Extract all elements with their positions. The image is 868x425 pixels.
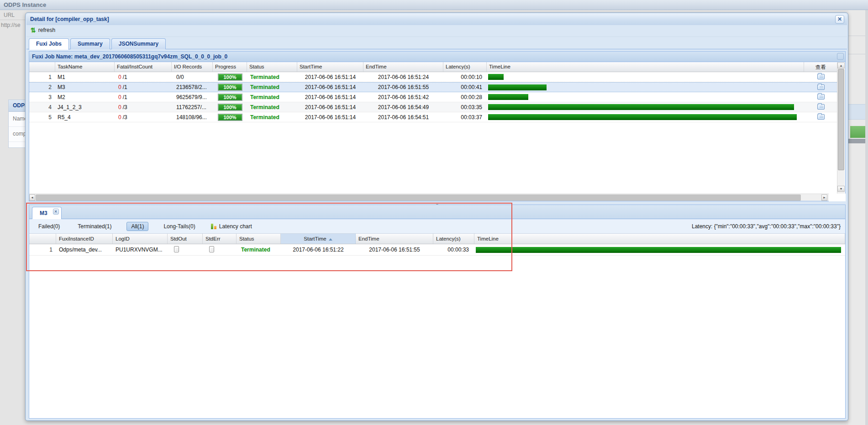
task-name[interactable]: J4_1_2_3	[55, 104, 115, 110]
column-header-stdout[interactable]: StdOut	[168, 234, 203, 244]
detail-dialog: Detail for [compiler_opp_task] ✕ ⇅ refre…	[25, 12, 848, 421]
fuxi-table-row[interactable]: 2 M3 0/1 2136578/2... 100% Terminated 20…	[29, 82, 838, 92]
fuxi-table-header: TaskName Fatal/InstCount I/O Records Pro…	[29, 62, 838, 72]
panel-tool-icon[interactable]	[837, 53, 844, 60]
view-cell[interactable]	[804, 103, 838, 111]
detail-table-header: FuxiInstanceID LogID StdOut StdErr Statu…	[29, 234, 845, 244]
panel-splitter[interactable]: ▼	[29, 201, 846, 205]
row-number: 1	[29, 74, 55, 80]
horizontal-scrollbar[interactable]: ◄ ►	[29, 194, 829, 201]
filter-label: All(1)	[131, 223, 144, 230]
dialog-tab[interactable]: Summary	[70, 38, 110, 49]
start-time: 2017-06-06 16:51:14	[297, 84, 363, 90]
view-cell[interactable]	[804, 84, 838, 91]
timeline-cell	[487, 94, 804, 100]
column-header-progress[interactable]: Progress	[213, 62, 247, 72]
tab-close-icon[interactable]: ✕	[53, 209, 59, 215]
column-header-timeline[interactable]: TimeLine	[474, 234, 845, 244]
timeline-cell	[487, 74, 804, 80]
latency-chart-button[interactable]: Latency chart	[210, 223, 252, 230]
url-value: http://se	[1, 22, 21, 28]
stdout-cell	[168, 246, 203, 254]
filter-button[interactable]: Terminated(1)	[75, 222, 114, 231]
stderr-doc-icon[interactable]	[209, 246, 214, 252]
vertical-scrollbar[interactable]: ▲ ▼	[837, 63, 845, 194]
fuxi-table-row[interactable]: 5 R5_4 0/3 148108/96... 100% Terminated …	[29, 112, 838, 122]
column-header-timeline[interactable]: TimeLine	[487, 62, 804, 72]
scroll-down-icon[interactable]: ▼	[837, 186, 845, 192]
view-cell[interactable]	[804, 73, 838, 81]
tab-m3[interactable]: M3 ✕	[32, 207, 62, 219]
view-cell[interactable]	[804, 113, 838, 121]
column-header-endtime[interactable]: EndTime	[363, 62, 443, 72]
filter-button[interactable]: All(1)	[126, 222, 148, 231]
end-time: 2017-06-06 16:51:55	[356, 247, 433, 253]
view-folder-icon[interactable]	[817, 84, 825, 90]
fatal-inst-count: 0/1	[115, 74, 172, 80]
task-name[interactable]: R5_4	[55, 114, 115, 121]
latency-summary: Latency: {"min":"00:00:33","avg":"00:00:…	[692, 223, 845, 230]
filter-button[interactable]: Long-Tails(0)	[161, 222, 198, 231]
column-header-stderr[interactable]: StdErr	[203, 234, 237, 244]
timeline-bar	[476, 247, 841, 253]
column-header-taskname[interactable]: TaskName	[55, 62, 115, 72]
task-name[interactable]: M1	[55, 74, 115, 80]
task-name[interactable]: M3	[55, 84, 115, 90]
view-folder-icon[interactable]	[817, 114, 825, 120]
latency-value: 00:03:35	[443, 104, 487, 110]
dialog-tab[interactable]: JSONSummary	[111, 38, 166, 49]
column-header-logid[interactable]: LogID	[113, 234, 168, 244]
column-header-starttime-sorted[interactable]: StartTime	[281, 234, 356, 244]
status-text: Terminated	[237, 247, 281, 253]
fuxi-job-name: Fuxi Job Name: meta_dev_2017060608505311…	[32, 53, 227, 60]
timeline-bar	[488, 104, 794, 110]
view-folder-icon[interactable]	[817, 104, 825, 110]
dialog-titlebar[interactable]: Detail for [compiler_opp_task] ✕	[26, 14, 847, 25]
filter-button[interactable]: Failed(0)	[36, 222, 63, 231]
starttime-label: StartTime	[304, 236, 326, 241]
column-header-status[interactable]: Status	[247, 62, 297, 72]
row-number: 5	[29, 114, 55, 121]
column-header-latency[interactable]: Latency(s)	[433, 234, 474, 244]
column-header-status[interactable]: Status	[237, 234, 281, 244]
scroll-left-icon[interactable]: ◄	[29, 194, 35, 201]
view-folder-icon[interactable]	[817, 74, 825, 79]
progress-badge: 100%	[218, 104, 242, 111]
task-name[interactable]: M2	[55, 94, 115, 100]
refresh-button[interactable]: ⇅ refresh	[31, 27, 55, 33]
view-folder-icon[interactable]	[817, 94, 825, 100]
progress-badge: 100%	[218, 94, 242, 101]
filter-label: Terminated(1)	[78, 223, 111, 230]
status-text: Terminated	[247, 74, 297, 80]
column-header-endtime[interactable]: EndTime	[356, 234, 433, 244]
column-header-io[interactable]: I/O Records	[172, 62, 213, 72]
tab-label: Summary	[78, 41, 103, 47]
view-cell[interactable]	[804, 93, 838, 101]
sort-ascending-icon	[329, 238, 332, 241]
scroll-up-icon[interactable]: ▲	[837, 63, 845, 68]
progress-badge: 100%	[218, 84, 242, 91]
column-header-starttime[interactable]: StartTime	[297, 62, 363, 72]
vertical-scroll-thumb[interactable]	[838, 69, 844, 170]
column-header-view[interactable]: 查看	[804, 62, 838, 72]
progress-cell: 100%	[213, 104, 247, 111]
fuxi-table-row[interactable]: 1 M1 0/1 0/0 100% Terminated 2017-06-06 …	[29, 72, 838, 82]
row-number: 2	[29, 84, 55, 90]
filter-label: Failed(0)	[38, 223, 60, 230]
close-icon[interactable]: ✕	[835, 15, 844, 24]
background-progress-bar	[850, 126, 867, 138]
dialog-tab[interactable]: Fuxi Jobs	[29, 38, 69, 50]
timeline-bar	[488, 74, 504, 80]
start-time: 2017-06-06 16:51:14	[297, 94, 363, 100]
detail-table-row[interactable]: 1 Odps/meta_dev... PU1URXVNVGM... Termin…	[29, 244, 845, 256]
fuxi-table-row[interactable]: 4 J4_1_2_3 0/3 11762257/... 100% Termina…	[29, 102, 838, 112]
stdout-doc-icon[interactable]	[174, 246, 179, 252]
task-detail-panel: M3 ✕ Failed(0)Terminated(1)All(1)Long-Ta…	[29, 205, 846, 419]
column-header-fatal[interactable]: Fatal/InstCount	[115, 62, 172, 72]
column-header-latency[interactable]: Latency(s)	[443, 62, 487, 72]
column-header-fuxiinstanceid[interactable]: FuxiInstanceID	[56, 234, 113, 244]
horizontal-scroll-thumb[interactable]	[36, 194, 801, 201]
scroll-right-icon[interactable]: ►	[821, 194, 827, 201]
fuxi-table-row[interactable]: 3 M2 0/1 9625679/9... 100% Terminated 20…	[29, 92, 838, 102]
tab-label: Fuxi Jobs	[36, 41, 62, 47]
